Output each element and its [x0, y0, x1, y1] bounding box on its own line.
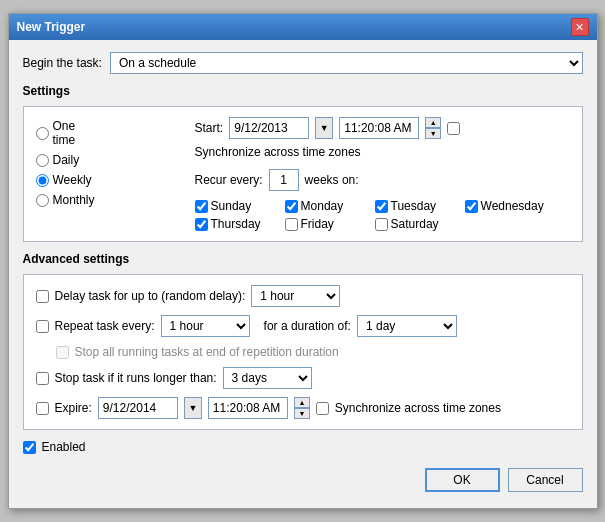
- expire-date-input[interactable]: [98, 397, 178, 419]
- dialog-body: Begin the task: On a schedule At log on …: [9, 40, 597, 508]
- ok-button[interactable]: OK: [425, 468, 500, 492]
- footer-row: OK Cancel: [23, 464, 583, 496]
- saturday-checkbox[interactable]: [375, 218, 388, 231]
- stop-running-checkbox[interactable]: [56, 346, 69, 359]
- thursday-checkbox[interactable]: [195, 218, 208, 231]
- stop-running-row: Stop all running tasks at end of repetit…: [56, 345, 570, 359]
- wednesday-label: Wednesday: [481, 199, 544, 213]
- advanced-box: Delay task for up to (random delay): 1 h…: [23, 274, 583, 430]
- daily-option[interactable]: Daily: [36, 153, 95, 167]
- duration-label: for a duration of:: [264, 319, 351, 333]
- settings-box: One time Daily Weekly Monthly: [23, 106, 583, 242]
- weekly-option[interactable]: Weekly: [36, 173, 95, 187]
- cancel-button[interactable]: Cancel: [508, 468, 583, 492]
- day-friday[interactable]: Friday: [285, 217, 365, 231]
- recur-label: Recur every:: [195, 173, 263, 187]
- stop-longer-label: Stop task if it runs longer than:: [55, 371, 217, 385]
- start-date-picker-button[interactable]: ▼: [315, 117, 333, 139]
- settings-inner: One time Daily Weekly Monthly: [36, 117, 570, 231]
- monday-checkbox[interactable]: [285, 200, 298, 213]
- time-spin-down[interactable]: ▼: [425, 128, 441, 139]
- delay-select[interactable]: 1 hour 30 minutes 2 hours: [251, 285, 340, 307]
- tuesday-label: Tuesday: [391, 199, 437, 213]
- expire-time-spinner[interactable]: ▲ ▼: [294, 397, 310, 419]
- stop-longer-checkbox[interactable]: [36, 372, 49, 385]
- daily-label: Daily: [53, 153, 80, 167]
- close-button[interactable]: ✕: [571, 18, 589, 36]
- repeat-checkbox[interactable]: [36, 320, 49, 333]
- daily-radio[interactable]: [36, 154, 49, 167]
- start-row: Start: ▼ ▲ ▼ Synchronize across time zon…: [195, 117, 570, 159]
- start-label: Start:: [195, 121, 224, 135]
- monthly-option[interactable]: Monthly: [36, 193, 95, 207]
- enabled-checkbox[interactable]: [23, 441, 36, 454]
- sunday-label: Sunday: [211, 199, 252, 213]
- recur-row: Recur every: weeks on:: [195, 169, 570, 191]
- sync-checkbox[interactable]: [447, 122, 460, 135]
- schedule-type-group: One time Daily Weekly Monthly: [36, 117, 95, 231]
- monday-label: Monday: [301, 199, 344, 213]
- one-time-radio[interactable]: [36, 127, 49, 140]
- expire-time-spin-down[interactable]: ▼: [294, 408, 310, 419]
- repeat-select[interactable]: 1 hour 30 minutes 5 minutes: [161, 315, 250, 337]
- repeat-label: Repeat task every:: [55, 319, 155, 333]
- begin-task-row: Begin the task: On a schedule At log on …: [23, 52, 583, 74]
- friday-label: Friday: [301, 217, 334, 231]
- tuesday-checkbox[interactable]: [375, 200, 388, 213]
- day-monday[interactable]: Monday: [285, 199, 365, 213]
- expire-label: Expire:: [55, 401, 92, 415]
- dialog-title: New Trigger: [17, 20, 86, 34]
- expire-sync-checkbox[interactable]: [316, 402, 329, 415]
- weekly-label: Weekly: [53, 173, 92, 187]
- stop-longer-row: Stop task if it runs longer than: 3 days…: [36, 367, 570, 389]
- expire-time-input[interactable]: [208, 397, 288, 419]
- recur-input[interactable]: [269, 169, 299, 191]
- day-tuesday[interactable]: Tuesday: [375, 199, 455, 213]
- expire-time-spin-up[interactable]: ▲: [294, 397, 310, 408]
- sync-label: Synchronize across time zones: [195, 145, 361, 159]
- title-bar: New Trigger ✕: [9, 14, 597, 40]
- expire-row: Expire: ▼ ▲ ▼ Synchronize across time zo…: [36, 397, 570, 419]
- thursday-label: Thursday: [211, 217, 261, 231]
- weekly-radio[interactable]: [36, 174, 49, 187]
- enabled-row: Enabled: [23, 440, 583, 454]
- days-selection: Sunday Monday Tuesday Wednesday: [195, 199, 570, 231]
- day-sunday[interactable]: Sunday: [195, 199, 275, 213]
- monthly-label: Monthly: [53, 193, 95, 207]
- time-spin-up[interactable]: ▲: [425, 117, 441, 128]
- enabled-label: Enabled: [42, 440, 86, 454]
- stop-running-label: Stop all running tasks at end of repetit…: [75, 345, 339, 359]
- expire-sync-label: Synchronize across time zones: [335, 401, 501, 415]
- start-time-input[interactable]: [339, 117, 419, 139]
- expire-date-picker-button[interactable]: ▼: [184, 397, 202, 419]
- one-time-label: One time: [53, 119, 95, 147]
- delay-checkbox[interactable]: [36, 290, 49, 303]
- monthly-radio[interactable]: [36, 194, 49, 207]
- delay-row: Delay task for up to (random delay): 1 h…: [36, 285, 570, 307]
- stop-longer-select[interactable]: 3 days 1 day 30 minutes: [223, 367, 312, 389]
- expire-checkbox[interactable]: [36, 402, 49, 415]
- start-date-input[interactable]: [229, 117, 309, 139]
- duration-select[interactable]: 1 day 30 minutes 1 hour: [357, 315, 457, 337]
- wednesday-checkbox[interactable]: [465, 200, 478, 213]
- day-saturday[interactable]: Saturday: [375, 217, 455, 231]
- delay-label: Delay task for up to (random delay):: [55, 289, 246, 303]
- saturday-label: Saturday: [391, 217, 439, 231]
- new-trigger-dialog: New Trigger ✕ Begin the task: On a sched…: [8, 13, 598, 509]
- one-time-option[interactable]: One time: [36, 119, 95, 147]
- weeks-on-label: weeks on:: [305, 173, 359, 187]
- sunday-checkbox[interactable]: [195, 200, 208, 213]
- friday-checkbox[interactable]: [285, 218, 298, 231]
- begin-task-select[interactable]: On a schedule At log on At startup On id…: [110, 52, 583, 74]
- settings-label: Settings: [23, 84, 583, 98]
- advanced-label: Advanced settings: [23, 252, 583, 266]
- day-thursday[interactable]: Thursday: [195, 217, 275, 231]
- repeat-row: Repeat task every: 1 hour 30 minutes 5 m…: [36, 315, 570, 337]
- day-wednesday[interactable]: Wednesday: [465, 199, 545, 213]
- begin-task-label: Begin the task:: [23, 56, 102, 70]
- schedule-config-area: Start: ▼ ▲ ▼ Synchronize across time zon…: [195, 117, 570, 231]
- advanced-settings-section: Advanced settings Delay task for up to (…: [23, 252, 583, 430]
- start-time-spinner[interactable]: ▲ ▼: [425, 117, 441, 139]
